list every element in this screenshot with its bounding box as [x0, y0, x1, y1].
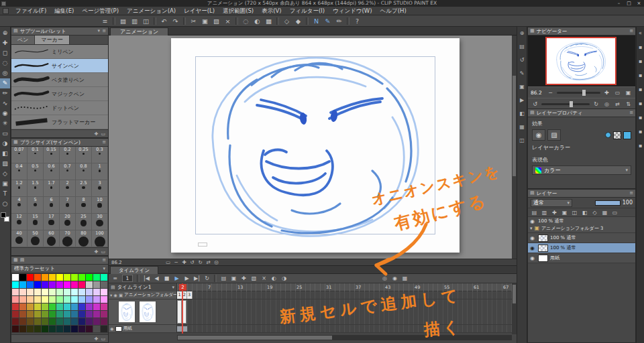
tone-effect-button[interactable]: ▨: [547, 129, 561, 141]
menu-item-2[interactable]: 編集(E): [50, 7, 78, 15]
brush-size-cell[interactable]: 7: [60, 197, 76, 214]
color-swatch[interactable]: [71, 318, 78, 325]
canvas-viewport[interactable]: [109, 36, 517, 259]
layer-color-row[interactable]: レイヤーカラー: [528, 142, 635, 153]
zoom-out-button[interactable]: −: [546, 90, 555, 96]
brush-size-cell[interactable]: 0.5: [28, 163, 44, 180]
color-swatch[interactable]: [49, 289, 56, 295]
color-swatch[interactable]: [12, 281, 19, 288]
rotate-right-button[interactable]: ↻: [592, 101, 600, 107]
menu-item-9[interactable]: ウィンドウ(W): [329, 7, 376, 15]
move-tool[interactable]: ✚: [0, 38, 10, 48]
color-swatch[interactable]: [27, 289, 34, 295]
brush-size-cell[interactable]: 20: [60, 214, 76, 230]
color-swatch[interactable]: [34, 318, 41, 325]
color-swatch[interactable]: [86, 281, 93, 288]
actual-pixels-button[interactable]: ▣: [624, 90, 633, 96]
color-swatch[interactable]: [78, 274, 85, 281]
drawing-color-swatches[interactable]: [1, 212, 9, 222]
brush-size-cell[interactable]: 2.5: [76, 180, 92, 197]
gradient-tool[interactable]: ▨: [0, 159, 10, 169]
figure-tool[interactable]: ◇: [0, 169, 10, 179]
close-button[interactable]: ×: [634, 0, 644, 7]
new-raster-layer-button[interactable]: ✚: [550, 209, 559, 216]
panel-menu-icon[interactable]: ≡: [102, 27, 106, 35]
color-swatch[interactable]: [101, 311, 107, 318]
color-swatch[interactable]: [42, 296, 48, 303]
cut-button[interactable]: ✂: [188, 16, 199, 26]
invert-selection-button[interactable]: ◐: [252, 16, 263, 26]
color-swatch[interactable]: [42, 303, 48, 310]
reference-dock-icon[interactable]: ◧: [518, 110, 526, 118]
menu-item-7[interactable]: 表示(V): [258, 7, 285, 15]
transfer-layer-button[interactable]: ▤: [530, 209, 539, 216]
brush-size-cell[interactable]: 12: [11, 214, 28, 230]
sub-view-dock-icon[interactable]: ▦: [518, 123, 526, 131]
operation-tool[interactable]: ◻: [0, 48, 10, 58]
paste-button[interactable]: ▧: [211, 16, 222, 26]
menu-item-5[interactable]: レイヤー(L): [180, 7, 219, 15]
timeline-vertical-scrollbar[interactable]: [512, 283, 517, 334]
main-menu-button[interactable]: ≡: [99, 16, 111, 26]
color-swatch[interactable]: [71, 281, 78, 288]
new-file-button[interactable]: ▤: [117, 16, 129, 26]
subtool-tab-2[interactable]: マーカー: [35, 36, 69, 44]
subtool-item[interactable]: ドットペン: [11, 101, 108, 115]
color-swatch[interactable]: [34, 311, 41, 318]
layer-visibility-icon[interactable]: ◉: [530, 218, 536, 224]
opacity-control[interactable]: 100: [595, 200, 633, 206]
selection-tool[interactable]: ◌: [0, 58, 10, 68]
zoom-in-button[interactable]: ✚: [602, 90, 611, 96]
color-swatch[interactable]: [86, 318, 93, 325]
visibility-eye-icon[interactable]: ◉: [110, 326, 114, 332]
quick-access-dock-icon[interactable]: ⊕: [518, 29, 526, 38]
color-set-panel-header[interactable]: ▦ ▤ ≡: [11, 257, 108, 265]
layer-row-folder[interactable]: ◉100 % 通常▾▣アニメーションフォルダー 3: [528, 217, 635, 233]
color-swatch[interactable]: [56, 289, 63, 295]
subtool-panel-header[interactable]: ▤ サブツールパレット ▾ ≡: [11, 27, 108, 36]
color-swatch[interactable]: [64, 274, 70, 281]
color-swatch[interactable]: [56, 311, 63, 318]
layer-mask-button[interactable]: ◧: [580, 209, 589, 216]
subtool-item[interactable]: フラットマーカー: [11, 115, 108, 129]
color-swatch[interactable]: [42, 289, 48, 295]
panel-dock-icon-8[interactable]: ▪: [637, 142, 644, 150]
stop-button[interactable]: ■: [162, 274, 172, 283]
layer-row-cel[interactable]: ◉100 % 通常: [528, 243, 635, 253]
brush-size-cell[interactable]: 50: [28, 230, 44, 247]
color-swatch[interactable]: [71, 274, 78, 281]
color-swatch[interactable]: [49, 303, 56, 310]
minimize-button[interactable]: –: [614, 0, 624, 7]
layer-visibility-icon[interactable]: ◉: [530, 255, 536, 261]
subtool-item[interactable]: ミリペン: [11, 45, 108, 59]
specify-cel-button[interactable]: ▧: [249, 274, 259, 283]
timeline-cel-bar[interactable]: [177, 300, 182, 324]
color-swatch[interactable]: [86, 296, 93, 303]
brush-size-cell[interactable]: 0.2: [60, 147, 76, 163]
navigator-view-frame[interactable]: [547, 38, 615, 84]
color-swatch[interactable]: [93, 281, 100, 288]
color-swatch[interactable]: [86, 311, 93, 318]
flip-horizontal-button[interactable]: ⇄: [205, 259, 213, 265]
color-swatch[interactable]: [12, 296, 19, 303]
zoom-out-button[interactable]: −: [172, 259, 180, 265]
pen-pressure-button[interactable]: ✎: [322, 16, 333, 26]
cel-thumbnail[interactable]: [118, 301, 136, 323]
rotate-left-button[interactable]: ↺: [531, 101, 539, 107]
brush-size-cell[interactable]: 60: [44, 230, 60, 247]
panel-menu-icon[interactable]: ≡: [102, 257, 106, 264]
color-swatch[interactable]: [34, 296, 41, 303]
brush-size-cell[interactable]: 100: [92, 230, 108, 247]
color-swatch[interactable]: [101, 296, 107, 303]
color-swatch[interactable]: [34, 303, 41, 310]
panel-caret-icon[interactable]: ▾: [98, 27, 101, 35]
dock-collapse-icon[interactable]: «: [637, 29, 644, 38]
brush-shape-dock-icon[interactable]: ✎: [518, 70, 526, 78]
color-swatch[interactable]: [19, 326, 26, 332]
color-swatch[interactable]: [56, 281, 63, 288]
color-swatch[interactable]: [93, 289, 100, 295]
color-swatch[interactable]: [101, 281, 107, 288]
add-subtool-icon[interactable]: ✚: [95, 131, 99, 137]
color-swatch[interactable]: [71, 296, 78, 303]
color-swatch[interactable]: [71, 326, 78, 332]
